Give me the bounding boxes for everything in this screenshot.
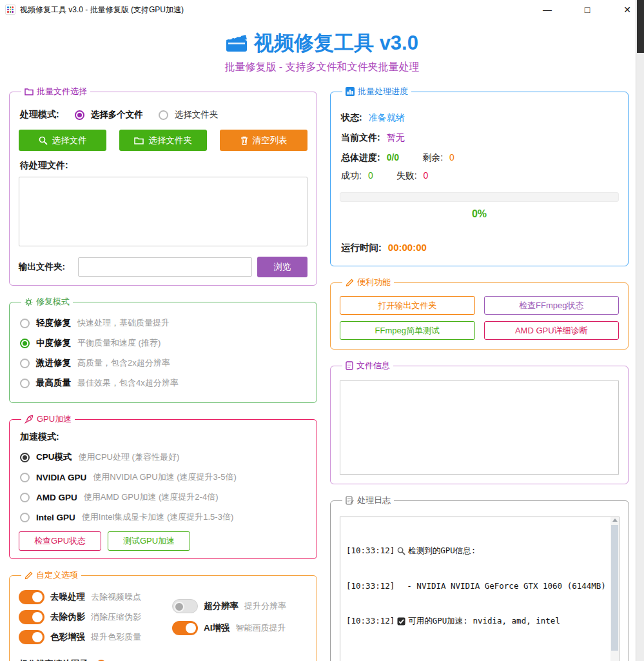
rocket-icon: [24, 415, 34, 424]
window-scrollbar[interactable]: [636, 0, 644, 661]
radio-amd-gpu[interactable]: AMD GPU 使用AMD GPU加速 (速度提升2-4倍): [20, 491, 306, 503]
radio-icon: [20, 493, 30, 502]
status-label: 状态:: [341, 112, 362, 124]
check-ffmpeg-button[interactable]: 检查FFmpeg状态: [484, 296, 620, 315]
status-value: 准备就绪: [369, 112, 405, 124]
toggle-deartifact[interactable]: [19, 610, 44, 624]
runtime-value: 00:00:00: [388, 242, 427, 254]
radio-repair-best[interactable]: 最高质量 最佳效果，包含4x超分辨率: [20, 377, 306, 389]
panel-gpu: GPU加速 加速模式: CPU模式 使用CPU处理 (兼容性最好) NVIDIA…: [9, 413, 317, 559]
amd-gpu-diagnose-button[interactable]: AMD GPU详细诊断: [484, 321, 620, 340]
overall-progress-label: 总体进度:: [341, 152, 380, 164]
title-bar: 视频修复工具 v3.0 - 批量修复版 (支持GPU加速) — □ ✕: [0, 0, 644, 19]
checkbox-checked-icon: [397, 617, 405, 626]
clear-list-button[interactable]: 清空列表: [220, 130, 307, 151]
browse-button[interactable]: 浏览: [257, 257, 307, 277]
gear-icon: [24, 298, 33, 306]
app-header: 视频修复工具 v3.0 批量修复版 - 支持多文件和文件夹批量处理: [0, 30, 644, 74]
remaining-label: 剩余:: [422, 152, 443, 164]
folder-icon: [134, 137, 144, 144]
radio-select-folder[interactable]: 选择文件夹: [159, 109, 219, 121]
search-icon: [39, 136, 48, 145]
radio-icon: [75, 110, 84, 120]
overall-progress-value: 0/0: [387, 152, 399, 163]
panel-progress: 批量处理进度 状态: 准备就绪 当前文件: 暂无 总体进度: 0/0 剩余: 0…: [330, 86, 629, 266]
radio-repair-light[interactable]: 轻度修复 快速处理，基础质量提升: [20, 317, 306, 329]
fail-value: 0: [424, 170, 429, 181]
log-box[interactable]: [10:33:12] 检测到的GPU信息: [10:33:12] - NVIDI…: [340, 517, 620, 661]
trash-icon: [240, 136, 248, 145]
pending-files-label: 待处理文件:: [20, 160, 306, 172]
current-file-label: 当前文件:: [341, 132, 380, 144]
output-folder-label: 输出文件夹:: [19, 261, 73, 273]
log-line: [10:33:12] 检测到的GPU信息:: [346, 545, 606, 557]
scroll-up-arrow[interactable]: [612, 518, 618, 522]
output-folder-input[interactable]: [78, 257, 252, 277]
document-icon: [346, 361, 353, 370]
panel-file-info: 文件信息: [330, 360, 629, 484]
remaining-value: 0: [449, 152, 454, 163]
accel-mode-label: 加速模式:: [20, 431, 306, 443]
panel-repair-mode: 修复模式 轻度修复 快速处理，基础质量提升 中度修复 平衡质量和速度 (推荐) …: [9, 296, 317, 403]
clapperboard-icon: [226, 34, 248, 53]
radio-icon: [20, 379, 30, 388]
file-info-box[interactable]: [340, 380, 619, 475]
scale-factor-label: 超分辨率缩放因子:: [19, 658, 92, 661]
select-files-button[interactable]: 选择文件: [19, 130, 106, 151]
radio-nvidia-gpu[interactable]: NVIDIA GPU 使用NVIDIA GPU加速 (速度提升3-5倍): [20, 471, 306, 483]
success-value: 0: [368, 170, 373, 181]
panel-log: 处理日志 [10:33:12] 检测到的GPU信息: [10:33:12] - …: [330, 495, 629, 661]
toggle-color-enhance[interactable]: [19, 630, 44, 644]
radio-icon: [20, 359, 30, 368]
radio-icon: [20, 339, 30, 348]
pending-files-list[interactable]: [19, 177, 307, 246]
toggle-ai-enhance[interactable]: [172, 621, 198, 635]
bar-chart-icon: [346, 87, 355, 96]
panel-file-selection: 批量文件选择 处理模式: 选择多个文件 选择文件夹 选择文件: [9, 86, 317, 286]
success-label: 成功:: [341, 170, 362, 182]
panel-utilities: 便利功能 打开输出文件夹 检查FFmpeg状态 FFmpeg简单测试 AMD G…: [330, 277, 629, 350]
memo-icon: [346, 496, 354, 505]
radio-intel-gpu[interactable]: Intel GPU 使用Intel集成显卡加速 (速度提升1.5-3倍): [20, 511, 306, 523]
log-scrollbar[interactable]: [610, 517, 619, 661]
radio-icon: [20, 473, 30, 482]
scrollbar-thumb[interactable]: [611, 525, 618, 651]
page-title: 视频修复工具 v3.0: [254, 30, 418, 57]
test-gpu-button[interactable]: 测试GPU加速: [108, 531, 190, 551]
page-subtitle: 批量修复版 - 支持多文件和文件夹批量处理: [0, 61, 644, 74]
radio-icon: [20, 319, 30, 328]
check-gpu-button[interactable]: 检查GPU状态: [19, 531, 101, 551]
toggle-denoise[interactable]: [19, 590, 44, 604]
progress-percent: 0%: [340, 208, 619, 220]
window-title: 视频修复工具 v3.0 - 批量修复版 (支持GPU加速): [20, 5, 184, 15]
open-output-folder-button[interactable]: 打开输出文件夹: [340, 296, 475, 315]
process-mode-label: 处理模式:: [20, 109, 59, 121]
progress-bar: [340, 192, 619, 202]
toggle-super-resolution[interactable]: [172, 599, 198, 613]
minimize-button[interactable]: —: [540, 2, 555, 17]
radio-icon: [20, 513, 30, 522]
log-line: [10:33:12] 可用的GPU加速: nvidia, amd, intel: [346, 615, 606, 627]
pencil-icon: [24, 571, 33, 580]
radio-repair-aggressive[interactable]: 激进修复 高质量，包含2x超分辨率: [20, 357, 306, 369]
window-scrollbar-thumb[interactable]: [637, 0, 644, 53]
current-file-value: 暂无: [387, 132, 405, 144]
app-icon: [5, 5, 15, 15]
test-ffmpeg-button[interactable]: FFmpeg简单测试: [340, 321, 475, 340]
folder-icon: [24, 88, 34, 95]
maximize-button[interactable]: □: [580, 2, 595, 17]
radio-icon: [159, 110, 168, 120]
close-button[interactable]: ✕: [620, 2, 635, 17]
radio-cpu-mode[interactable]: CPU模式 使用CPU处理 (兼容性最好): [20, 451, 306, 463]
magnifier-icon: [397, 547, 405, 555]
radio-icon: [20, 453, 30, 462]
radio-repair-medium[interactable]: 中度修复 平衡质量和速度 (推荐): [20, 337, 306, 349]
log-line: [10:33:12] - NVIDIA NVIDIA GeForce GTX 1…: [346, 580, 606, 592]
panel-custom-options: 自定义选项 去噪处理 去除视频噪点 去除伪影 消除压缩伪影: [9, 569, 317, 661]
radio-select-multiple-files[interactable]: 选择多个文件: [75, 109, 143, 121]
fail-label: 失败:: [396, 170, 417, 182]
runtime-label: 运行时间:: [341, 242, 382, 254]
pencil-icon: [346, 279, 354, 287]
select-folder-button[interactable]: 选择文件夹: [119, 130, 207, 151]
